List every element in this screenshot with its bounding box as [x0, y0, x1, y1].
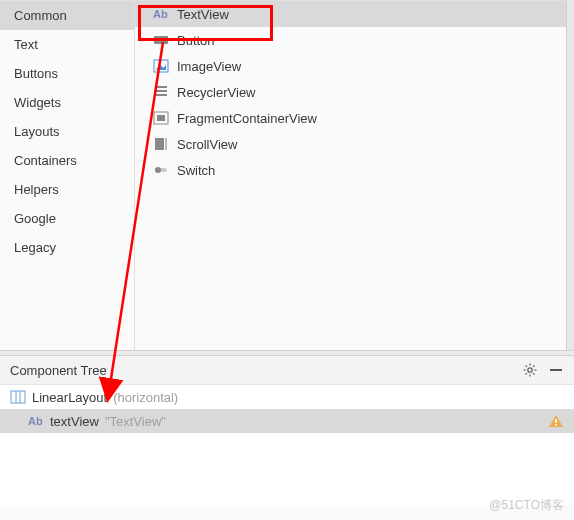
tree-node-label: textView — [50, 414, 99, 429]
imageview-icon — [153, 58, 169, 74]
sidebar-item-text[interactable]: Text — [0, 30, 134, 59]
svg-rect-29 — [555, 424, 557, 426]
palette-item-button[interactable]: Button — [135, 27, 574, 53]
tree-row-root[interactable]: LinearLayout (horizontal) — [0, 385, 574, 409]
palette-item-textview[interactable]: Ab TextView — [135, 1, 574, 27]
palette-item-label: TextView — [177, 7, 229, 22]
palette-item-label: ScrollView — [177, 137, 237, 152]
palette-item-fragmentcontainer[interactable]: FragmentContainerView — [135, 105, 574, 131]
button-icon — [153, 32, 169, 48]
svg-rect-23 — [11, 391, 25, 403]
sidebar-item-containers[interactable]: Containers — [0, 146, 134, 175]
warning-icon — [548, 413, 564, 429]
svg-line-21 — [533, 366, 534, 367]
component-tree-header: Component Tree — [0, 356, 574, 385]
sidebar-item-widgets[interactable]: Widgets — [0, 88, 134, 117]
tree-node-qualifier: "TextView" — [105, 414, 166, 429]
scrollview-icon — [153, 136, 169, 152]
sidebar-item-buttons[interactable]: Buttons — [0, 59, 134, 88]
fragmentcontainer-icon — [153, 110, 169, 126]
svg-line-18 — [526, 366, 527, 367]
svg-point-13 — [528, 368, 532, 372]
svg-marker-3 — [156, 64, 166, 70]
panel-title: Component Tree — [10, 363, 107, 378]
palette-item-recyclerview[interactable]: RecyclerView — [135, 79, 574, 105]
component-tree: LinearLayout (horizontal) Ab textView "T… — [0, 385, 574, 505]
svg-rect-10 — [165, 138, 167, 150]
sidebar-item-google[interactable]: Google — [0, 204, 134, 233]
gear-icon[interactable] — [522, 362, 538, 378]
recyclerview-icon — [153, 84, 169, 100]
svg-rect-4 — [155, 86, 167, 88]
sidebar-item-common[interactable]: Common — [0, 1, 134, 30]
sidebar-item-layouts[interactable]: Layouts — [0, 117, 134, 146]
minimize-icon[interactable] — [548, 362, 564, 378]
tree-node-label: LinearLayout — [32, 390, 107, 405]
palette-item-label: ImageView — [177, 59, 241, 74]
svg-rect-1 — [154, 36, 168, 44]
textview-icon: Ab — [28, 413, 44, 429]
switch-icon — [153, 162, 169, 178]
palette-item-scrollview[interactable]: ScrollView — [135, 131, 574, 157]
svg-line-20 — [526, 373, 527, 374]
tree-node-qualifier: (horizontal) — [113, 390, 178, 405]
svg-point-12 — [155, 167, 161, 173]
sidebar-item-legacy[interactable]: Legacy — [0, 233, 134, 262]
svg-rect-9 — [155, 138, 164, 150]
svg-line-19 — [533, 373, 534, 374]
palette-item-label: RecyclerView — [177, 85, 256, 100]
palette-list: Ab TextView Button ImageView RecyclerVie… — [135, 1, 574, 350]
category-sidebar: Common Text Buttons Widgets Layouts Cont… — [0, 1, 135, 350]
svg-rect-8 — [157, 115, 165, 121]
svg-rect-28 — [555, 419, 557, 423]
right-gutter — [566, 0, 574, 350]
palette-item-label: FragmentContainerView — [177, 111, 317, 126]
svg-rect-22 — [550, 369, 562, 371]
textview-icon: Ab — [153, 6, 169, 22]
linearlayout-icon — [10, 389, 26, 405]
sidebar-item-helpers[interactable]: Helpers — [0, 175, 134, 204]
palette-item-imageview[interactable]: ImageView — [135, 53, 574, 79]
svg-rect-6 — [155, 94, 167, 96]
tree-row-child[interactable]: Ab textView "TextView" — [0, 409, 574, 433]
svg-rect-5 — [155, 90, 167, 92]
palette-item-switch[interactable]: Switch — [135, 157, 574, 183]
watermark: @51CTO博客 — [489, 497, 564, 514]
palette-item-label: Switch — [177, 163, 215, 178]
svg-text:Ab: Ab — [153, 8, 168, 20]
palette-item-label: Button — [177, 33, 215, 48]
svg-text:Ab: Ab — [28, 415, 43, 427]
